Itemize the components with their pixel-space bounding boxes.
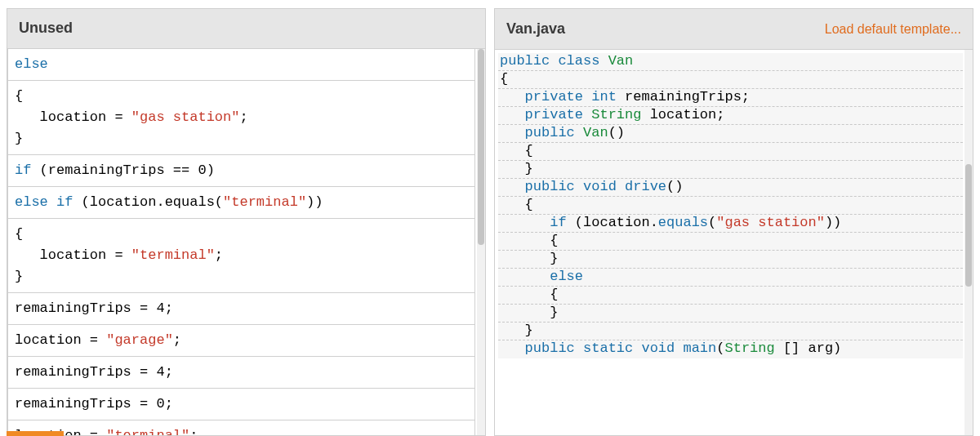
unused-body: else{ location = "gas station"; }if (rem… bbox=[7, 49, 485, 435]
code-line[interactable]: public class Van bbox=[498, 53, 963, 71]
editor-scrollbar[interactable] bbox=[964, 50, 973, 435]
code-line[interactable]: { bbox=[498, 287, 963, 305]
code-block[interactable]: remainingTrips = 4; bbox=[7, 357, 475, 389]
unused-header: Unused bbox=[7, 9, 485, 49]
code-line[interactable]: } bbox=[498, 305, 963, 323]
code-block[interactable]: remainingTrips = 0; bbox=[7, 389, 475, 420]
unused-title: Unused bbox=[19, 20, 73, 37]
code-line[interactable]: else bbox=[498, 269, 963, 287]
code-line[interactable]: } bbox=[498, 161, 963, 179]
editor-panel: Van.java Load default template... public… bbox=[494, 8, 973, 436]
code-line[interactable]: { bbox=[498, 143, 963, 161]
code-editor[interactable]: public class Van{ private int remainingT… bbox=[495, 50, 973, 358]
code-block[interactable]: if (remainingTrips == 0) bbox=[7, 155, 475, 187]
editor-title: Van.java bbox=[506, 20, 565, 38]
code-line[interactable]: private String location; bbox=[498, 107, 963, 125]
code-line[interactable]: private int remainingTrips; bbox=[498, 89, 963, 107]
orange-indicator bbox=[7, 431, 64, 436]
editor-body: public class Van{ private int remainingT… bbox=[495, 50, 973, 435]
editor-scrollbar-thumb[interactable] bbox=[965, 164, 972, 287]
code-line[interactable]: { bbox=[498, 197, 963, 215]
code-block[interactable]: else if (location.equals("terminal")) bbox=[7, 187, 475, 219]
code-line[interactable]: public static void main(String [] arg) bbox=[498, 340, 963, 358]
code-block[interactable]: remainingTrips = 4; bbox=[7, 293, 475, 325]
code-block[interactable]: else bbox=[7, 49, 475, 81]
code-block[interactable]: location = "terminal"; bbox=[7, 420, 475, 435]
code-block[interactable]: { location = "terminal"; } bbox=[7, 219, 475, 293]
code-line[interactable]: public void drive() bbox=[498, 179, 963, 197]
unused-scrollbar[interactable] bbox=[477, 49, 485, 435]
unused-panel: Unused else{ location = "gas station"; }… bbox=[7, 8, 486, 436]
editor-header: Van.java Load default template... bbox=[495, 9, 973, 50]
code-block[interactable]: { location = "gas station"; } bbox=[7, 81, 475, 155]
code-line[interactable]: } bbox=[498, 251, 963, 269]
code-line[interactable]: { bbox=[498, 233, 963, 251]
code-line[interactable]: public Van() bbox=[498, 125, 963, 143]
code-line[interactable]: { bbox=[498, 71, 963, 89]
blocks-list: else{ location = "gas station"; }if (rem… bbox=[7, 49, 485, 435]
unused-scrollbar-thumb[interactable] bbox=[478, 49, 484, 245]
two-pane-layout: Unused else{ location = "gas station"; }… bbox=[0, 0, 980, 436]
load-default-template-link[interactable]: Load default template... bbox=[825, 22, 961, 37]
code-line[interactable]: if (location.equals("gas station")) bbox=[498, 215, 963, 233]
code-line[interactable]: } bbox=[498, 323, 963, 340]
code-block[interactable]: location = "garage"; bbox=[7, 325, 475, 357]
